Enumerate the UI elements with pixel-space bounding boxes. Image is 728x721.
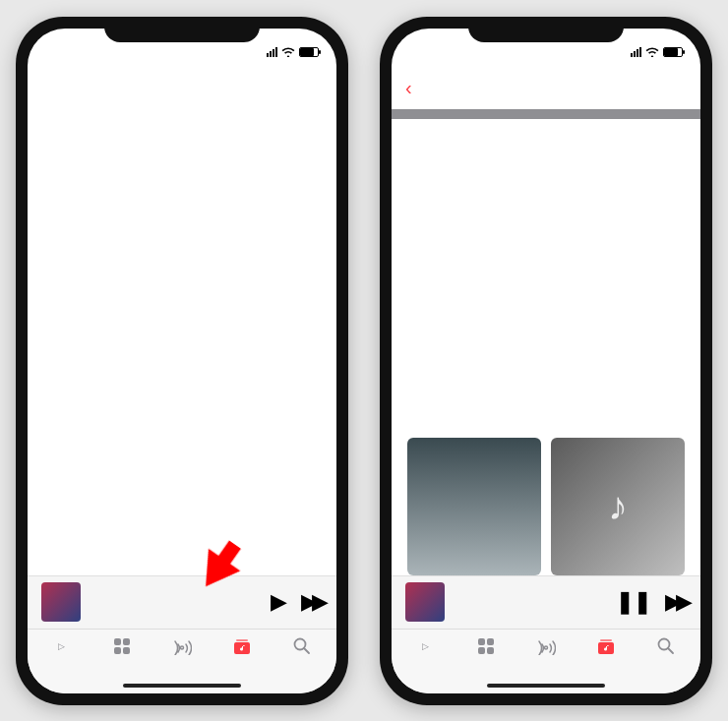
svg-line-16 — [668, 648, 673, 653]
search-icon — [291, 635, 313, 657]
now-playing-art — [405, 582, 445, 622]
svg-rect-10 — [487, 638, 494, 645]
svg-rect-3 — [114, 647, 121, 654]
nav-bar — [28, 68, 336, 109]
album-art[interactable]: ♪ — [551, 438, 685, 575]
svg-rect-9 — [478, 638, 485, 645]
page-title — [28, 109, 336, 117]
albums-scroll[interactable]: ♪ — [392, 438, 700, 575]
play-icon[interactable]: ▶ — [271, 589, 287, 615]
phone-left: ▶ ▶▶ ▷ — [16, 17, 348, 705]
phone-right: ‹ ♪ ❚❚ ▶▶ ▷ — [380, 17, 712, 705]
svg-rect-12 — [487, 647, 494, 654]
section-recently-downloaded — [392, 416, 700, 438]
chevron-left-icon: ‹ — [405, 77, 412, 99]
tab-search[interactable] — [655, 635, 677, 676]
battery-icon — [663, 47, 683, 57]
library-list — [28, 117, 336, 575]
wifi-icon — [281, 44, 295, 60]
radio-icon — [171, 635, 193, 657]
forward-icon[interactable]: ▶▶ — [301, 589, 323, 615]
library-icon — [595, 635, 617, 657]
pause-icon[interactable]: ❚❚ — [616, 589, 651, 615]
tab-library[interactable] — [595, 635, 617, 676]
now-playing-bar[interactable]: ▶ ▶▶ — [28, 575, 336, 629]
library-list — [392, 121, 700, 416]
back-button[interactable]: ‹ — [405, 77, 414, 99]
nav-bar: ‹ — [392, 68, 700, 109]
search-icon — [655, 635, 677, 657]
svg-rect-6 — [236, 639, 248, 641]
forward-icon[interactable]: ▶▶ — [665, 589, 687, 615]
grid-icon — [111, 635, 133, 657]
play-circle-icon: ▷ — [415, 635, 437, 657]
svg-rect-2 — [123, 638, 130, 645]
now-playing-art — [41, 582, 81, 622]
screen-left: ▶ ▶▶ ▷ — [28, 29, 336, 693]
svg-rect-1 — [114, 638, 121, 645]
cellular-icon — [631, 47, 641, 57]
play-circle-icon: ▷ — [51, 635, 73, 657]
svg-line-8 — [304, 648, 309, 653]
now-playing-bar[interactable]: ❚❚ ▶▶ — [392, 575, 700, 629]
home-indicator[interactable] — [487, 684, 605, 688]
album-art[interactable] — [407, 438, 541, 575]
tab-radio[interactable] — [171, 635, 193, 676]
svg-rect-4 — [123, 647, 130, 654]
info-banner — [392, 109, 700, 119]
tab-listen[interactable]: ▷ — [51, 635, 73, 676]
grid-icon — [475, 635, 497, 657]
tab-library[interactable] — [231, 635, 253, 676]
tab-browse[interactable] — [475, 635, 497, 676]
wifi-icon — [645, 44, 659, 60]
tab-search[interactable] — [291, 635, 313, 676]
screen-right: ‹ ♪ ❚❚ ▶▶ ▷ — [392, 29, 700, 693]
radio-icon — [535, 635, 557, 657]
cellular-icon — [267, 47, 277, 57]
notch — [468, 17, 624, 42]
home-indicator[interactable] — [123, 684, 241, 688]
tab-browse[interactable] — [111, 635, 133, 676]
notch — [104, 17, 260, 42]
library-icon — [231, 635, 253, 657]
tab-listen[interactable]: ▷ — [415, 635, 437, 676]
tab-radio[interactable] — [535, 635, 557, 676]
battery-icon — [299, 47, 319, 57]
svg-rect-14 — [600, 639, 612, 641]
svg-rect-11 — [478, 647, 485, 654]
